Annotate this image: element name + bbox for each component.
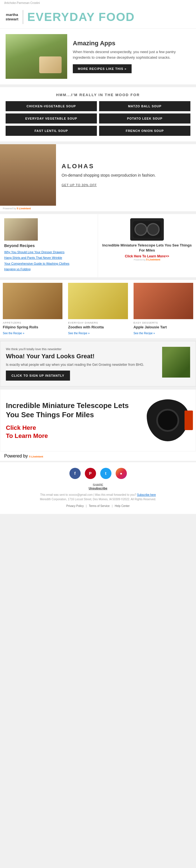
beyond-recipes-link-2[interactable]: Hang Shirts and Pants That Never Wrinkle	[4, 256, 93, 260]
beyond-recipes-link-3[interactable]: Your Comprehensive Guide to Washing Clot…	[4, 261, 93, 266]
recipe-card-spring-rolls: APPETIZERS Filipino Spring Rolls See the…	[0, 280, 65, 338]
soup-btn-french[interactable]: FRENCH ONION SOUP	[99, 126, 190, 136]
terms-of-service-link[interactable]: Terms of Service	[89, 504, 110, 507]
hero-text: Amazing Apps When friends descend unexpe…	[73, 40, 190, 73]
recipe-card-jalousie: EASY DESSERTS Apple Jalousie Tart See th…	[131, 280, 196, 338]
two-col-ad: Beyond Recipes Why You Should Line Your …	[0, 214, 196, 277]
header-divider	[23, 10, 23, 24]
hero-description: When friends descend unexpectedly, you n…	[73, 49, 190, 60]
telescope-small-image	[130, 218, 164, 241]
liveintent-logo-2: li LiveIntent	[146, 258, 160, 261]
beyond-recipes-link-4[interactable]: Hanging vs Folding	[4, 267, 93, 271]
twitter-icon[interactable]: t	[100, 468, 111, 479]
jalousie-link[interactable]: See the Recipe »	[134, 332, 155, 335]
zoodles-image	[68, 283, 128, 319]
zoodles-link[interactable]: See the Recipe »	[68, 332, 90, 335]
breadcrumb: Artichoke-Parmesan Crostini	[0, 0, 196, 6]
mood-title: HMM...I'M REALLY IN THE MOOD FOR	[6, 93, 190, 97]
zoodles-title: Zoodles with Ricotta	[68, 325, 128, 329]
beyond-recipes-section: Beyond Recipes Why You Should Line Your …	[0, 214, 98, 277]
instagram-icon[interactable]: ●	[116, 468, 127, 479]
jalousie-category: EASY DESSERTS	[134, 321, 193, 324]
telescope-small-heading: Incredible Miniature Telescope Lets You …	[102, 243, 192, 253]
telescope-scope-icon	[147, 399, 189, 441]
unsubscribe-link[interactable]: Unsubscribe	[89, 487, 108, 490]
recipe-cards: APPETIZERS Filipino Spring Rolls See the…	[0, 280, 196, 338]
telescope-small-cta[interactable]: Click Here To Learn More>>	[125, 254, 169, 258]
page-header: martha stewart EVERYDAY FOOD	[0, 6, 196, 29]
bhg-newsletter: We think you'll totally love this newsle…	[0, 341, 196, 387]
social-icons: f P t ●	[6, 468, 190, 479]
jalousie-title: Apple Jalousie Tart	[134, 325, 193, 329]
beyond-recipes-image	[4, 218, 38, 241]
spring-rolls-title: Filipino Spring Rolls	[3, 325, 62, 329]
liveintent-logo-3: li LiveIntent	[29, 455, 43, 458]
bhg-garden-image	[162, 347, 190, 377]
spring-rolls-link[interactable]: See the Recipe »	[3, 332, 24, 335]
beyond-recipes-link-1[interactable]: Why You Should Line Your Dresser Drawers	[4, 250, 93, 254]
subscribe-link[interactable]: Subscribe here	[137, 493, 156, 496]
more-recipes-button[interactable]: MORE RECIPES LIKE THIS »	[73, 64, 132, 73]
recipe-card-zoodles: EVERYDAY DINNERS Zoodles with Ricotta Se…	[65, 280, 131, 338]
zoodles-category: EVERYDAY DINNERS	[68, 321, 128, 324]
pinterest-icon[interactable]: P	[85, 468, 96, 479]
privacy-policy-link[interactable]: Privacy Policy	[66, 504, 84, 507]
big-telescope-heading: Incredible Miniature Telescope Lets You …	[6, 401, 140, 420]
bhg-intro: We think you'll totally love this newsle…	[6, 347, 158, 351]
soup-grid: CHICKEN-VEGETABLE SOUP MATZO BALL SOUP E…	[6, 101, 190, 136]
soup-btn-chicken[interactable]: CHICKEN-VEGETABLE SOUP	[6, 101, 97, 111]
mood-section: HMM...I'M REALLY IN THE MOOD FOR CHICKEN…	[0, 87, 196, 142]
spring-rolls-category: APPETIZERS	[3, 321, 62, 324]
unsubscribe-section: SHARE Unsubscribe	[6, 483, 190, 490]
hero-image	[6, 34, 67, 79]
soup-btn-everyday[interactable]: EVERYDAY VEGETABLE SOUP	[6, 114, 97, 124]
footer-text: This email was sent to xxxxxx@gmail.com …	[6, 493, 190, 508]
beyond-recipes-heading: Beyond Recipes	[4, 243, 93, 248]
soup-btn-potato[interactable]: POTATO LEEK SOUP	[99, 114, 190, 124]
alohas-brand: ALOHAS	[62, 163, 190, 170]
big-telescope-text: Incredible Miniature Telescope Lets You …	[6, 401, 140, 440]
spring-rolls-image	[3, 283, 62, 319]
big-telescope-powered: Powered by li LiveIntent	[0, 451, 196, 461]
site-title: EVERYDAY FOOD	[27, 10, 135, 24]
boots-placeholder	[0, 144, 56, 206]
martha-stewart-logo: martha stewart	[6, 12, 19, 21]
facebook-icon[interactable]: f	[69, 468, 81, 479]
jalousie-image	[134, 283, 193, 319]
bhg-description: Is exactly what people will say when you…	[6, 362, 158, 367]
alohas-cta[interactable]: GET UP TO 30% OFF	[62, 183, 97, 187]
alohas-powered-by: Powered by li LiveIntent	[0, 206, 196, 211]
soup-btn-lentil[interactable]: FAST LENTIL SOUP	[6, 126, 97, 136]
signup-button[interactable]: CLICK TO SIGN UP INSTANTLY	[6, 371, 70, 381]
footer-links: Privacy Policy | Terms of Service | Help…	[6, 504, 190, 508]
soup-btn-matzo[interactable]: MATZO BALL SOUP	[99, 101, 190, 111]
social-footer: f P t ● SHARE Unsubscribe This email was…	[0, 462, 196, 514]
alohas-text: ALOHAS On-demand shopping stops overprod…	[56, 157, 196, 193]
help-center-link[interactable]: Help Center	[115, 504, 130, 507]
telescope-powered: Powered by li LiveIntent	[134, 258, 160, 261]
big-telescope-cta[interactable]: Click Here To Learn More	[6, 424, 140, 440]
hero-section: Amazing Apps When friends descend unexpe…	[0, 29, 196, 84]
big-telescope-image	[145, 398, 190, 443]
bhg-heading: Whoa! Your Yard Looks Great!	[6, 353, 158, 360]
binoculars-icon	[133, 221, 161, 238]
alohas-ad: ALOHAS On-demand shopping stops overprod…	[0, 144, 196, 206]
liveintent-logo: li LiveIntent	[17, 207, 31, 210]
hero-heading: Amazing Apps	[73, 40, 190, 47]
alohas-headline: On-demand shopping stops overproduction …	[62, 173, 190, 178]
telescope-ad-small: Incredible Miniature Telescope Lets You …	[98, 214, 196, 277]
artichoke-image	[6, 34, 67, 79]
alohas-boots-image	[0, 144, 56, 206]
bhg-text: We think you'll totally love this newsle…	[6, 347, 158, 381]
telescope-ad-big: Incredible Miniature Telescope Lets You …	[0, 389, 196, 451]
